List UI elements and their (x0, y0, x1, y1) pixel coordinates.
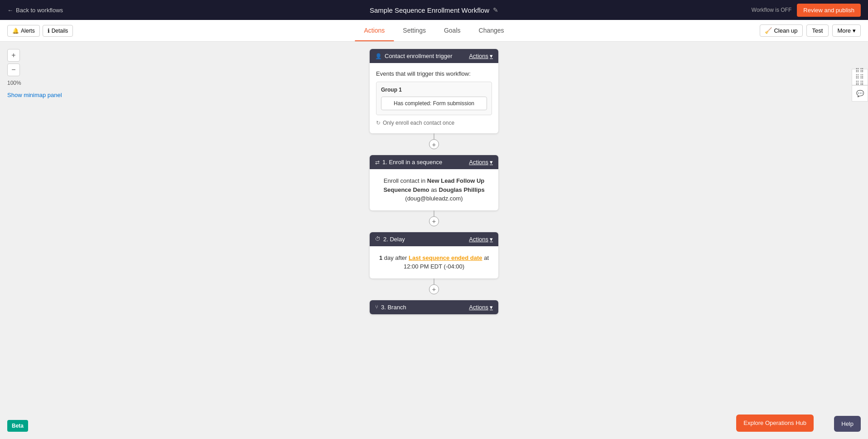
show-minimap-button[interactable]: Show minimap panel (7, 92, 62, 98)
delay-timer-icon: ⏱ (375, 236, 381, 242)
test-button[interactable]: Test (806, 24, 829, 37)
top-navbar: ← Back to workflows Sample Sequence Enro… (0, 0, 868, 20)
conn-line-1-top (434, 133, 434, 139)
branch-header-left: ⑂ 3. Branch (375, 304, 406, 311)
zoom-level-display: 100% (7, 80, 21, 86)
details-button[interactable]: ℹ Details (43, 25, 73, 37)
delay-node-header: ⏱ 2. Delay Actions ▾ (370, 232, 498, 246)
bell-icon: 🔔 (12, 28, 19, 34)
back-arrow-icon: ← (7, 7, 13, 14)
branch-node-header: ⑂ 3. Branch Actions ▾ (370, 300, 498, 314)
zoom-out-button[interactable]: − (7, 63, 20, 76)
trigger-node-body: Events that will trigger this workflow: … (370, 63, 498, 133)
delay-actions-label: Actions (469, 236, 488, 243)
enroll-sequence-icon: ⇄ (375, 159, 380, 166)
chat-side-icon[interactable]: 💬 (852, 85, 868, 102)
cleanup-label: Clean up (774, 27, 797, 34)
trigger-condition-pill[interactable]: Has completed: Form submission (381, 97, 487, 110)
enroll-actions-label: Actions (469, 159, 488, 166)
add-icon-1: + (432, 141, 436, 148)
broom-icon: 🧹 (765, 27, 772, 34)
enroll-actions-chevron: ▾ (490, 159, 493, 166)
trigger-group-title: Group 1 (381, 87, 487, 93)
back-button-label: Back to workflows (16, 7, 63, 14)
add-node-button-1[interactable]: + (429, 139, 439, 149)
branch-actions-button[interactable]: Actions ▾ (469, 304, 493, 311)
connector-3: + (370, 278, 498, 300)
delay-body-text: 1 day after Last sequence ended date at … (376, 254, 492, 271)
trigger-events-label: Events that will trigger this workflow: (376, 70, 492, 77)
add-node-button-2[interactable]: + (429, 216, 439, 226)
enroll-body-text: Enroll contact in New Lead Follow Up Seq… (376, 176, 492, 203)
edit-title-icon[interactable]: ✎ (493, 6, 498, 14)
branch-actions-label: Actions (469, 304, 488, 311)
trigger-node: 👤 Contact enrollment trigger Actions ▾ E… (370, 49, 498, 133)
sub-navbar: 🔔 Alerts ℹ Details Actions Settings Goal… (0, 20, 868, 42)
delay-actions-chevron: ▾ (490, 236, 493, 243)
tab-settings[interactable]: Settings (394, 20, 435, 41)
alerts-label: Alerts (21, 28, 35, 34)
branch-node: ⑂ 3. Branch Actions ▾ (370, 300, 498, 314)
trigger-group-box: Group 1 Has completed: Form submission (376, 82, 492, 115)
branch-node-title: 3. Branch (381, 304, 406, 311)
sub-nav-tabs: Actions Settings Goals Changes (355, 20, 513, 41)
add-icon-3: + (432, 285, 436, 293)
trigger-actions-label: Actions (469, 53, 488, 59)
conn-line-3-top (434, 278, 434, 284)
explore-ops-label: Explore Operations Hub (743, 419, 806, 426)
enroll-sequence-node: ⇄ 1. Enroll in a sequence Actions ▾ Enro… (370, 155, 498, 210)
help-button[interactable]: Help (834, 416, 861, 432)
sub-nav-left: 🔔 Alerts ℹ Details (7, 20, 73, 41)
alerts-button[interactable]: 🔔 Alerts (7, 25, 40, 37)
details-label: Details (52, 28, 68, 34)
trigger-enroll-once: ↻ Only enroll each contact once (376, 120, 492, 126)
workflow-canvas: + − 100% Show minimap panel ⠿⠿⠿⠿⠿⠿ 💬 👤 C… (0, 42, 868, 439)
trigger-header-left: 👤 Contact enrollment trigger (375, 53, 453, 59)
trigger-node-header: 👤 Contact enrollment trigger Actions ▾ (370, 49, 498, 63)
tab-goals[interactable]: Goals (435, 20, 470, 41)
workflow-title: Sample Sequence Enrollment Workflow (370, 6, 489, 14)
back-to-workflows-button[interactable]: ← Back to workflows (7, 7, 63, 14)
connector-1: + (370, 133, 498, 155)
enroll-as: as (429, 186, 439, 193)
enroll-actions-button[interactable]: Actions ▾ (469, 159, 493, 166)
delay-at-label: at (482, 254, 489, 261)
beta-badge[interactable]: Beta (7, 420, 28, 432)
chat-icon-symbol: 💬 (856, 90, 864, 97)
tab-actions[interactable]: Actions (355, 20, 394, 41)
canvas-zoom-controls: + − 100% (7, 49, 21, 86)
workflow-nodes-container: 👤 Contact enrollment trigger Actions ▾ E… (366, 49, 502, 314)
trigger-actions-button[interactable]: Actions ▾ (469, 53, 493, 59)
cleanup-button[interactable]: 🧹 Clean up (760, 24, 802, 37)
tab-changes[interactable]: Changes (470, 20, 513, 41)
more-label: More (837, 27, 851, 34)
delay-unit: day after (382, 254, 409, 261)
enroll-node-body: Enroll contact in New Lead Follow Up Seq… (370, 169, 498, 210)
enroll-node-header: ⇄ 1. Enroll in a sequence Actions ▾ (370, 155, 498, 169)
enroll-header-left: ⇄ 1. Enroll in a sequence (375, 159, 442, 166)
top-bar-right: Workflow is OFF Review and publish (752, 4, 861, 17)
connector-2: + (370, 210, 498, 232)
sender-name: Douglas Phillips (439, 186, 485, 193)
delay-reference[interactable]: Last sequence ended date (409, 254, 482, 261)
branch-actions-chevron: ▾ (490, 304, 493, 311)
delay-node-title: 2. Delay (383, 236, 405, 243)
sub-nav-right: 🧹 Clean up Test More ▾ (760, 20, 861, 41)
add-icon-2: + (432, 217, 436, 225)
explore-operations-hub-button[interactable]: Explore Operations Hub (736, 415, 814, 432)
delay-time-value: 12:00 PM EDT (-04:00) (404, 263, 464, 270)
workflow-status-label: Workflow is OFF (752, 7, 791, 13)
sender-email: (doug@bluleadz.com) (405, 195, 463, 202)
more-button[interactable]: More ▾ (832, 24, 861, 37)
add-node-button-3[interactable]: + (429, 284, 439, 294)
trigger-node-title: Contact enrollment trigger (385, 53, 453, 59)
more-chevron-icon: ▾ (853, 27, 856, 34)
zoom-in-button[interactable]: + (7, 49, 20, 62)
delay-actions-button[interactable]: Actions ▾ (469, 236, 493, 243)
trigger-user-icon: 👤 (375, 53, 382, 59)
info-icon: ℹ (48, 28, 50, 34)
review-publish-button[interactable]: Review and publish (797, 4, 861, 17)
delay-header-left: ⏱ 2. Delay (375, 236, 405, 243)
dot-grid-icon[interactable]: ⠿⠿⠿⠿⠿⠿ (852, 69, 868, 85)
delay-node-body: 1 day after Last sequence ended date at … (370, 246, 498, 278)
